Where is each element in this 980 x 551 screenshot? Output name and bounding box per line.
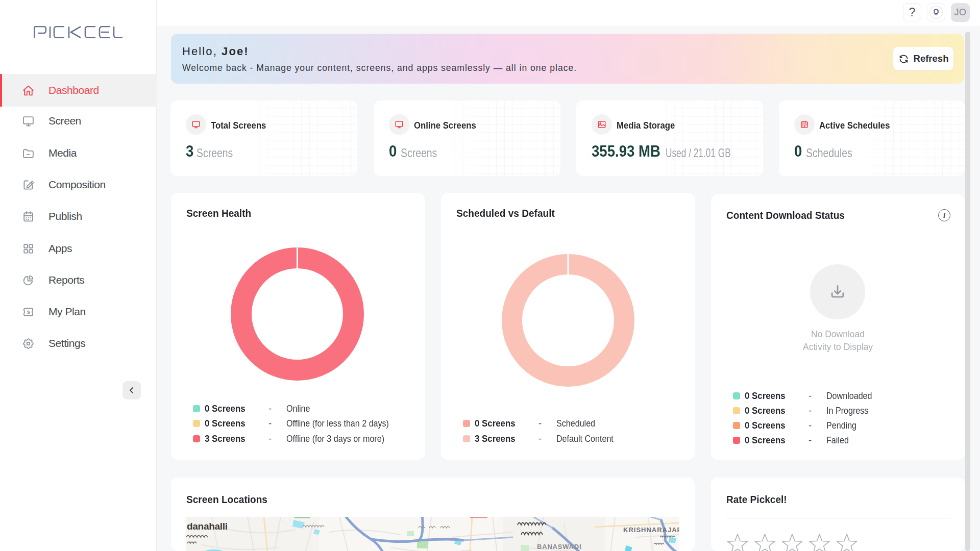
svg-text:danahalli: danahalli [187,521,228,532]
svg-text:$: $ [27,309,30,315]
svg-text:BANASWADI: BANASWADI [537,543,581,550]
svg-text:KRISHNARAJAPU: KRISHNARAJAPU [623,526,679,534]
